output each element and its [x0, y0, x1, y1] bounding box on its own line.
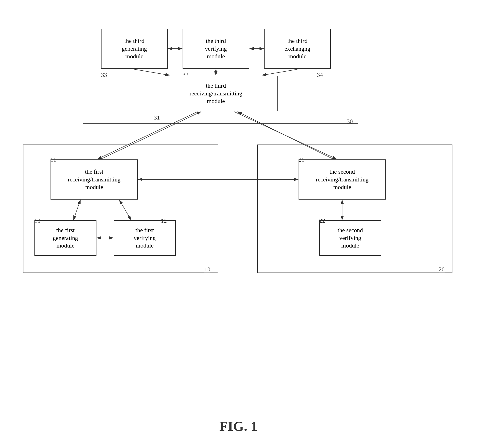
- label-33: 33: [101, 72, 107, 78]
- third-exchanging-module: the thirdexchangngmodule: [264, 29, 331, 69]
- third-rx-tx-module: the thirdreceiving/transmittingmodule: [154, 76, 278, 111]
- first-generating-module: the firstgeneratingmodule: [35, 220, 96, 256]
- figure-caption: FIG. 1: [219, 419, 258, 434]
- label-11: 11: [51, 157, 56, 163]
- second-verifying-module: the secondverifyingmodule: [319, 220, 381, 256]
- label-22: 22: [319, 217, 325, 224]
- label-20: 20: [439, 266, 445, 273]
- label-13: 13: [35, 217, 40, 224]
- label-31: 31: [154, 114, 160, 121]
- label-30: 30: [347, 118, 353, 125]
- first-verifying-module: the firstverifyingmodule: [114, 220, 176, 256]
- label-10: 10: [204, 266, 210, 273]
- label-21: 21: [298, 157, 304, 163]
- label-12: 12: [161, 217, 167, 224]
- third-verifying-module: the thirdverifyingmodule: [183, 29, 249, 69]
- label-34: 34: [317, 72, 323, 78]
- third-generating-module: the thirdgeneratingmodule: [101, 29, 168, 69]
- second-rx-tx-module: the secondreceiving/transmittingmodule: [298, 159, 386, 200]
- first-rx-tx-module: the firstreceiving/transmittingmodule: [51, 159, 138, 200]
